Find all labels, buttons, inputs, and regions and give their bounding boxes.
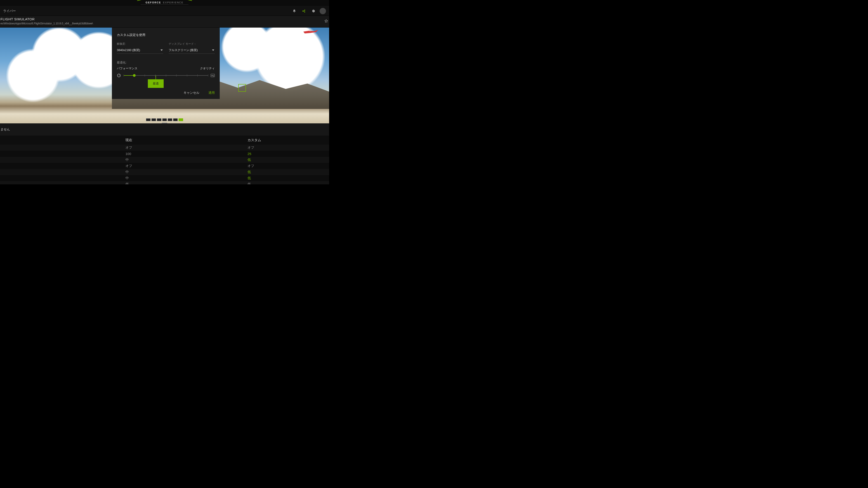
thumb-6[interactable] [173,119,178,121]
cell-current: オフ [125,164,248,168]
cell-current: 100 [125,152,248,156]
game-path: es\WindowsApps\Microsoft.FlightSimulator… [0,22,329,25]
menubar: ライバー [0,6,329,16]
cell-custom: 低 [248,170,329,174]
cell-current: 中 [125,158,248,162]
col-current: 現在 [125,138,248,142]
brand-badge: GEFORCE EXPERIENCE [136,0,193,5]
brand-bar: GEFORCE EXPERIENCE [0,0,329,6]
tab-drivers[interactable]: ライバー [3,9,16,13]
table-row: オフオフ [0,144,329,151]
thumb-1[interactable] [146,119,151,121]
slider-left-label: パフォーマンス [117,66,137,70]
hero-image: カスタム設定を使用 解像度: 3840x2160 (推奨) ディスプレイ モード… [0,28,329,123]
custom-settings-modal: カスタム設定を使用 解像度: 3840x2160 (推奨) ディスプレイ モード… [112,28,220,99]
avatar[interactable] [320,8,326,14]
thumb-5[interactable] [168,119,172,121]
brand-light: EXPERIENCE [163,1,184,4]
zoom-marker[interactable] [238,84,246,92]
status-strip: ません [0,123,329,135]
gear-icon[interactable] [311,9,315,13]
bell-icon[interactable] [292,9,297,13]
thumb-3[interactable] [157,119,161,121]
slider-knob[interactable] [133,74,135,77]
hq-icon: HQ [211,74,215,77]
table-row: 10025 [0,151,329,157]
display-mode-value: フルスクリーン (推奨) [168,48,198,52]
table-header: 現在 カスタム [0,135,329,144]
col-custom: カスタム [248,138,329,142]
cell-current: 低 [125,182,248,184]
cell-custom: 低 [248,182,329,184]
display-mode-dropdown[interactable]: ディスプレイ モード： フルスクリーン (推奨) [168,42,215,54]
cell-current: 中 [125,176,248,180]
optimize-handle[interactable] [162,123,167,123]
table-row: 中低 [0,175,329,181]
status-text: ません [0,127,10,131]
cell-current: 中 [125,170,248,174]
svg-point-0 [303,11,303,11]
optimal-tag: 最適 [148,79,164,88]
brand-strong: GEFORCE [146,1,161,4]
game-header: FLIGHT SIMULATOR es\WindowsApps\Microsof… [0,16,329,28]
optimal-marker: 最適 [148,76,164,88]
performance-icon [117,73,121,77]
cell-custom: 25 [248,152,329,156]
display-mode-label: ディスプレイ モード： [168,42,215,46]
thumb-4[interactable] [162,119,167,121]
svg-point-2 [305,11,305,12]
table-row: 中低 [0,169,329,175]
cell-custom: オフ [248,145,329,150]
thumb-7[interactable] [179,119,183,121]
modal-title: カスタム設定を使用 [117,33,215,37]
resolution-value: 3840x2160 (推奨) [117,48,140,52]
svg-point-1 [305,10,305,10]
game-title: FLIGHT SIMULATOR [0,17,329,21]
table-row: 中低 [0,157,329,163]
star-icon[interactable] [324,19,328,23]
chevron-down-icon [212,50,214,51]
thumb-2[interactable] [151,119,156,121]
resolution-dropdown[interactable]: 解像度: 3840x2160 (推奨) [117,42,163,54]
share-icon[interactable] [302,9,306,13]
chevron-down-icon [160,50,163,51]
table-row: 低低 [0,181,329,184]
apply-button[interactable]: 適用 [209,91,215,95]
thumbnail-strip [146,119,183,121]
settings-table: 現在 カスタム オフオフ10025中低オフオフ中低中低低低 [0,135,329,184]
cell-custom: 低 [248,176,329,180]
slider-right-label: クオリティ [200,66,215,70]
resolution-label: 解像度: [117,42,163,46]
svg-rect-3 [310,29,311,31]
cell-custom: オフ [248,164,329,168]
table-row: オフオフ [0,163,329,169]
plane-icon [303,29,319,34]
cancel-button[interactable]: キャンセル [184,91,199,95]
cell-current: オフ [125,145,248,150]
cell-custom: 低 [248,158,329,162]
optimize-label: 最適化: [117,61,215,65]
quality-slider[interactable]: 最適 [124,75,208,76]
